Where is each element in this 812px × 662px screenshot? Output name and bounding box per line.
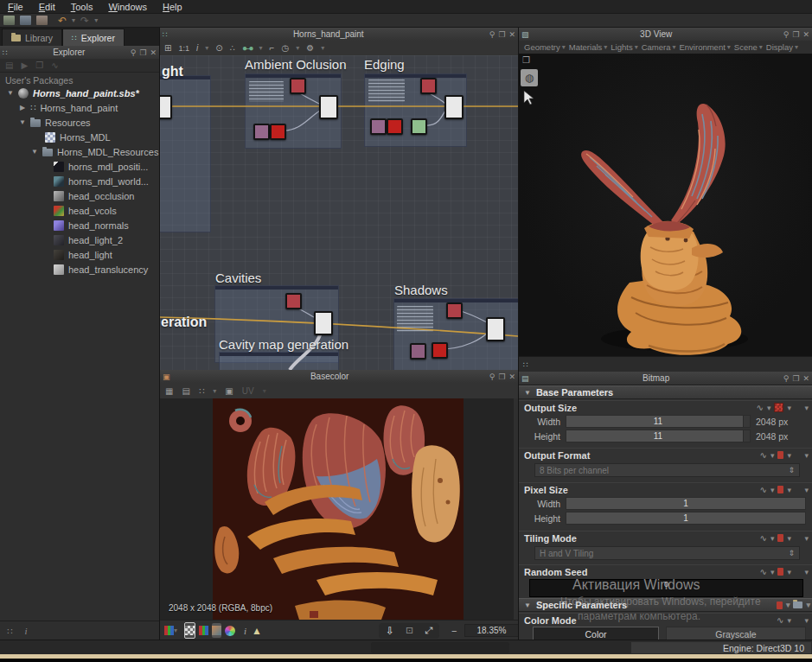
tree-item-package[interactable]: ▼ Horns_hand_paint.sbs* [7, 86, 139, 100]
pin-icon[interactable]: ⚲ [783, 374, 790, 383]
fit-frame-icon[interactable]: ⊡ [406, 625, 413, 636]
dropdown-icon[interactable]: ▾ [296, 44, 299, 52]
redo-icon[interactable]: ↷ [80, 15, 89, 27]
graph-node-green[interactable] [411, 118, 427, 135]
dropdown-icon[interactable]: ▾ [787, 451, 791, 460]
function-icon[interactable]: ∿ [777, 615, 783, 625]
float-icon[interactable]: ❐ [139, 48, 146, 57]
rgb-view-toggle[interactable] [199, 623, 208, 638]
save-package-icon[interactable]: ▤ [5, 60, 13, 70]
size-link-icon[interactable] [774, 403, 783, 412]
folder-icon[interactable] [793, 602, 802, 608]
tree-item-horns-mdl[interactable]: Horns_MDL [45, 130, 111, 144]
pin-icon[interactable]: ⚲ [489, 372, 496, 381]
open-file-icon[interactable] [20, 16, 31, 25]
reset-icon[interactable] [777, 534, 783, 542]
dropdown-icon[interactable]: ▾ [767, 404, 771, 412]
graph-canvas[interactable]: ght Ambient Oclusion Edging Cavities Cav… [160, 55, 518, 370]
background-toggle[interactable] [184, 622, 195, 639]
image-view-toggle[interactable] [212, 623, 221, 638]
tree-item-resource[interactable]: horns_mdl_positi... [54, 159, 148, 174]
dropdown-icon[interactable]: ▾ [770, 486, 775, 494]
function-icon[interactable]: ∿ [760, 567, 767, 576]
preset-icon[interactable] [777, 602, 783, 609]
dropdown-icon[interactable]: ▾ [259, 44, 263, 52]
tree-item-resource[interactable]: horns_mdl_world... [54, 174, 149, 188]
menu-camera[interactable]: Camera▾ [642, 42, 676, 52]
link-mode-icon[interactable]: ●–● [242, 43, 253, 53]
fullscreen-icon[interactable]: ⤢ [425, 625, 432, 636]
pin-icon[interactable]: ⚲ [783, 30, 790, 39]
output-width-slider[interactable]: 11 [566, 415, 751, 428]
tab-explorer[interactable]: ∷ Explorer [62, 29, 125, 46]
menu-file[interactable]: File [0, 1, 31, 13]
snapshot-icon[interactable]: ▣ [225, 386, 233, 396]
link-icon[interactable]: ∿ [51, 60, 58, 70]
save-icon[interactable] [36, 16, 48, 25]
tab-library[interactable]: Library [2, 29, 62, 46]
tree-item-resource[interactable]: head_occlusion [54, 188, 134, 203]
graph-node-blend[interactable] [444, 95, 464, 119]
settings-gear-icon[interactable]: ⚙ [306, 43, 314, 53]
menu-edit[interactable]: Edit [31, 1, 63, 13]
tree-item-resource[interactable]: head_translucency [54, 262, 148, 277]
tree-item-resource[interactable]: head_normals [54, 218, 129, 232]
output-height-slider[interactable]: 11 [566, 430, 751, 442]
tree-item-mdl-resources[interactable]: ▼ Horns_MDL_Resources [31, 144, 158, 159]
export-image-icon[interactable]: ⇩ [386, 625, 394, 637]
undo-dropdown-icon[interactable]: ▾ [72, 16, 75, 24]
zoom-out-icon[interactable]: − [451, 626, 457, 636]
graph-node-blend[interactable] [319, 95, 338, 119]
menu-environment[interactable]: Environment▾ [679, 42, 730, 52]
menu-scene[interactable]: Scene▾ [734, 42, 763, 52]
tree-item-resource[interactable]: head_light [54, 247, 112, 262]
collapse-arrow-icon[interactable]: ▾ [804, 404, 809, 412]
dropdown-icon[interactable]: ▾ [786, 601, 790, 609]
play-icon[interactable]: ▶ [21, 60, 28, 70]
export-icon[interactable]: ❐ [35, 60, 43, 70]
dropdown-icon[interactable]: ▾ [787, 568, 791, 576]
dropdown-icon[interactable]: ▾ [787, 534, 791, 543]
graph-node-output[interactable] [160, 95, 172, 119]
menu-lights[interactable]: Lights▾ [611, 42, 637, 52]
transform-icon[interactable]: ∷ [199, 386, 204, 396]
pixel-height-slider[interactable]: 1 [566, 512, 806, 525]
function-icon[interactable]: ∿ [757, 403, 764, 412]
redo-dropdown-icon[interactable]: ▾ [94, 16, 98, 24]
dropdown-icon[interactable]: ▾ [321, 44, 324, 52]
texture-viewport[interactable] [160, 398, 518, 620]
function-icon[interactable]: ∿ [760, 450, 767, 460]
collapse-arrow-icon[interactable]: ▾ [804, 568, 809, 576]
expander-icon[interactable]: ▼ [31, 148, 38, 156]
splitter-left[interactable] [159, 28, 160, 640]
fit-view-icon[interactable]: ⊞ [164, 43, 171, 53]
float-icon[interactable]: ❐ [498, 372, 505, 381]
graph-node-purple[interactable] [370, 118, 387, 135]
node-icon[interactable]: ∴ [230, 43, 235, 53]
dropdown-icon[interactable]: ▾ [205, 44, 208, 52]
specific-parameters-section[interactable]: ▼ Specific Parameters ▾ ▾ [519, 598, 812, 612]
close-icon[interactable]: ✕ [150, 48, 157, 57]
collapse-arrow-icon[interactable]: ▾ [804, 616, 809, 625]
zoom-level-value[interactable]: 18.35% [464, 624, 520, 637]
pin-icon[interactable]: ⚲ [131, 48, 137, 57]
function-icon[interactable]: ∿ [760, 485, 767, 494]
info-icon[interactable]: i [196, 43, 198, 53]
dropdown-icon[interactable]: ▾ [770, 451, 775, 460]
dropdown-icon[interactable]: ▾ [263, 387, 266, 395]
collapse-arrow-icon[interactable]: ▾ [804, 486, 809, 494]
base-parameters-section[interactable]: ▼ Base Parameters [519, 385, 812, 399]
close-icon[interactable]: ✕ [508, 372, 515, 381]
collapse-arrow-icon[interactable]: ▾ [804, 451, 809, 460]
graph-drag-icon[interactable]: ∷ [160, 30, 168, 39]
graph-node-red[interactable] [432, 342, 448, 359]
dropdown-icon[interactable]: ▾ [770, 568, 775, 576]
menu-windows[interactable]: Windows [100, 1, 155, 13]
info-icon[interactable]: i [244, 626, 246, 636]
reset-icon[interactable] [777, 451, 783, 459]
uv-toggle[interactable]: UV [242, 386, 254, 396]
explorer-small-icon[interactable]: ∷ [7, 627, 12, 636]
reset-icon[interactable] [777, 568, 783, 576]
close-icon[interactable]: ✕ [802, 374, 809, 383]
output-format-select[interactable]: 8 Bits per channel ⇕ [534, 463, 800, 477]
